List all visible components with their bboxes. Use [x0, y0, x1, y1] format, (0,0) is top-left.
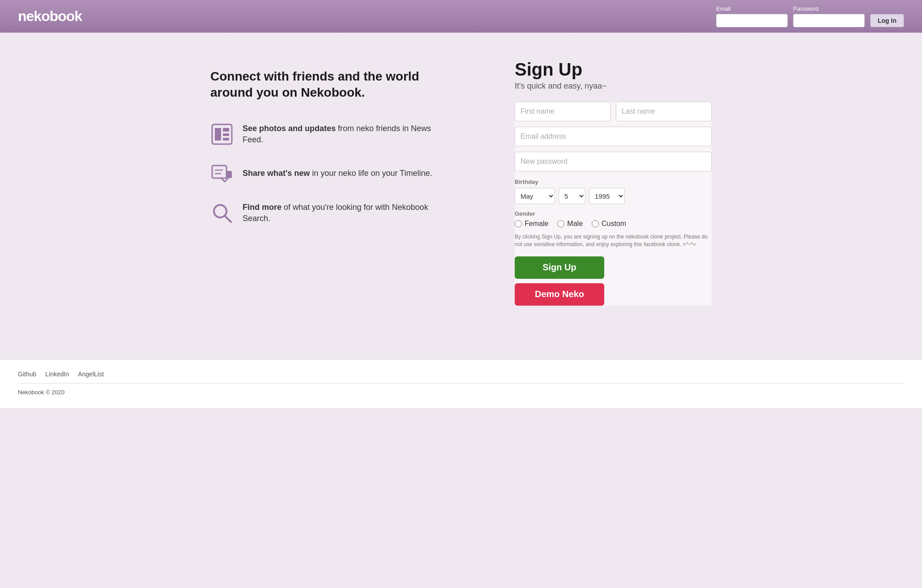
signup-title: Sign Up [515, 60, 712, 80]
header-password-label: Password [793, 5, 865, 12]
email-input[interactable] [515, 127, 712, 146]
gender-label: Gender [515, 210, 712, 217]
svg-line-10 [225, 216, 231, 222]
first-name-input[interactable] [515, 102, 610, 121]
footer-copyright: Nekobook © 2020 [18, 389, 904, 403]
timeline-icon [210, 162, 234, 185]
left-side: Connect with friends and the world aroun… [210, 60, 443, 225]
footer-linkedin-link[interactable]: LinkedIn [45, 371, 69, 378]
header-password-field: Password [793, 5, 865, 27]
signup-panel: Sign Up It's quick and easy, nyaa~ Birth… [515, 60, 712, 306]
svg-rect-3 [223, 133, 229, 136]
svg-rect-2 [223, 128, 229, 132]
login-button[interactable]: Log In [870, 14, 904, 27]
footer-divider [18, 383, 904, 383]
main-content: Connect with friends and the world aroun… [192, 33, 730, 332]
name-row [515, 102, 712, 121]
logo: nekobook [18, 8, 82, 25]
gender-custom-option[interactable]: Custom [592, 220, 626, 228]
feature-news-feed: See photos and updates from neko friends… [210, 123, 443, 146]
birthday-day-select[interactable]: 1234 5678 9101112 13141516 17181920 2122… [559, 188, 585, 204]
header: nekobook Email Password Log In [0, 0, 922, 33]
gender-custom-radio[interactable] [592, 220, 599, 227]
features-list: See photos and updates from neko friends… [210, 123, 443, 225]
feature-timeline: Share what's new in your neko life on yo… [210, 162, 443, 185]
last-name-input[interactable] [616, 102, 712, 121]
disclaimer-text: By clicking Sign Up, you are signing up … [515, 233, 712, 248]
tagline: Connect with friends and the world aroun… [210, 68, 443, 101]
gender-female-radio[interactable] [515, 220, 522, 227]
gender-male-label: Male [567, 220, 583, 228]
header-email-field: Email [716, 5, 788, 27]
signup-subtitle: It's quick and easy, nyaa~ [515, 81, 712, 91]
header-auth: Email Password Log In [716, 5, 904, 27]
news-feed-icon [210, 123, 234, 146]
svg-rect-6 [226, 171, 232, 178]
footer-github-link[interactable]: Github [18, 371, 36, 378]
footer-links: Github LinkedIn AngelList Nekobook © 202… [0, 359, 922, 408]
svg-rect-5 [212, 166, 226, 178]
header-email-label: Email [716, 5, 788, 12]
search-text: Find more of what you're looking for wit… [243, 202, 443, 224]
timeline-text: Share what's new in your neko life on yo… [243, 168, 432, 179]
gender-female-label: Female [525, 220, 548, 228]
search-icon [210, 201, 234, 225]
svg-rect-1 [215, 128, 221, 141]
birthday-year-select[interactable]: 1990199119921993 1994199519961997 199819… [589, 188, 625, 204]
gender-custom-label: Custom [602, 220, 626, 228]
gender-male-option[interactable]: Male [557, 220, 583, 228]
footer: Github LinkedIn AngelList Nekobook © 202… [0, 359, 922, 408]
footer-nav: Github LinkedIn AngelList [18, 371, 904, 378]
new-password-input[interactable] [515, 152, 712, 171]
gender-row: Female Male Custom [515, 220, 712, 228]
footer-angellist-link[interactable]: AngelList [78, 371, 104, 378]
signup-button[interactable]: Sign Up [515, 256, 604, 279]
birthday-row: January February March April May June Ju… [515, 188, 712, 204]
header-email-input[interactable] [716, 14, 788, 27]
news-feed-text: See photos and updates from neko friends… [243, 123, 443, 145]
gender-male-radio[interactable] [557, 220, 564, 227]
birthday-month-select[interactable]: January February March April May June Ju… [515, 188, 555, 204]
svg-rect-4 [223, 138, 229, 141]
birthday-label: Birthday [515, 179, 712, 185]
demo-neko-button[interactable]: Demo Neko [515, 283, 604, 306]
gender-female-option[interactable]: Female [515, 220, 548, 228]
signup-form: Birthday January February March April Ma… [515, 102, 712, 306]
feature-search: Find more of what you're looking for wit… [210, 201, 443, 225]
header-password-input[interactable] [793, 14, 865, 27]
